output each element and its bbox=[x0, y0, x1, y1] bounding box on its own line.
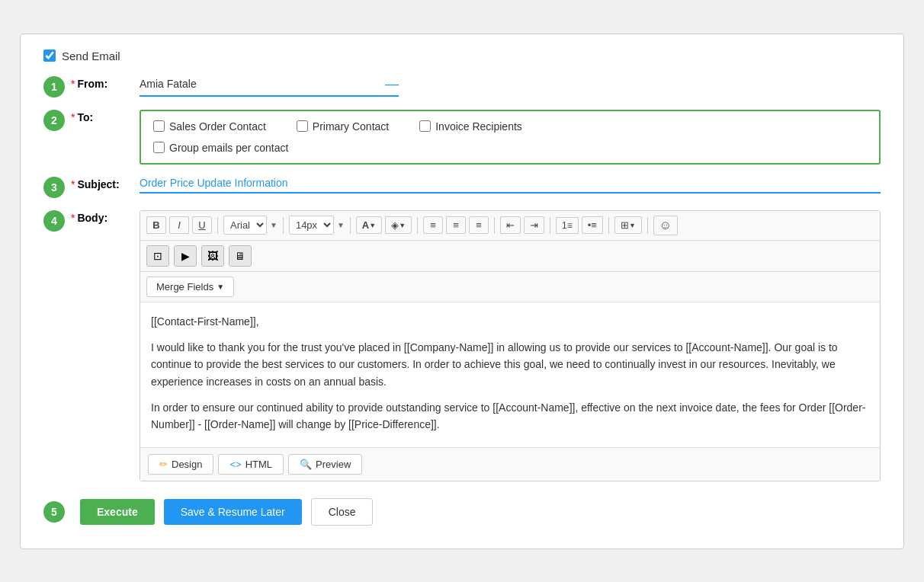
separator6 bbox=[550, 217, 550, 234]
subject-value[interactable]: Order Price Update Information bbox=[140, 177, 288, 189]
editor-content[interactable]: [[Contact-First-Name]], I would like to … bbox=[140, 302, 880, 447]
icon-btn-copy[interactable]: ⊡ bbox=[146, 245, 169, 267]
copy-icon: ⊡ bbox=[153, 250, 162, 262]
preview-tab-button[interactable]: 🔍 Preview bbox=[288, 454, 362, 475]
send-email-row: Send Email bbox=[43, 50, 881, 62]
to-field: Sales Order Contact Primary Contact Invo… bbox=[140, 110, 881, 165]
separator2 bbox=[283, 217, 284, 234]
primary-contact-checkbox[interactable] bbox=[297, 120, 308, 132]
step4-circle: 4 bbox=[43, 210, 65, 232]
indent-right-icon: ⇥ bbox=[530, 219, 538, 231]
checkbox-group-emails[interactable]: Group emails per contact bbox=[153, 142, 288, 154]
to-checkboxes-row2: Group emails per contact bbox=[153, 142, 867, 154]
font-select[interactable]: Arial bbox=[223, 216, 267, 235]
content-para2: In order to ensure our continued ability… bbox=[151, 399, 869, 433]
italic-button[interactable]: I bbox=[169, 216, 189, 234]
subject-label: Subject: bbox=[77, 178, 119, 190]
align-center-icon: ≡ bbox=[453, 219, 459, 231]
merge-fields-dropdown-icon: ▼ bbox=[217, 283, 224, 291]
from-field: Amia Fatale — bbox=[140, 76, 881, 97]
editor-wrap: [[Contact-First-Name]], I would like to … bbox=[140, 302, 880, 447]
step1-circle: 1 bbox=[43, 76, 65, 98]
from-minus-btn[interactable]: — bbox=[385, 76, 399, 92]
sales-order-contact-checkbox[interactable] bbox=[153, 120, 165, 132]
invoice-recipients-checkbox[interactable] bbox=[419, 120, 431, 132]
html-tab-button[interactable]: <> HTML bbox=[218, 454, 284, 475]
merge-fields-button[interactable]: Merge Fields ▼ bbox=[146, 277, 234, 297]
align-right-icon: ≡ bbox=[476, 219, 482, 231]
separator8 bbox=[647, 217, 648, 234]
font-dropdown-icon: ▼ bbox=[270, 221, 278, 229]
action-row: 5 Execute Save & Resume Later Close bbox=[43, 498, 881, 526]
unordered-list-button[interactable]: •≡ bbox=[582, 216, 603, 234]
align-left-button[interactable]: ≡ bbox=[423, 216, 443, 234]
design-tab-icon: ✏ bbox=[159, 459, 168, 470]
body-editor: B I U Arial ▼ 14px ▼ A bbox=[140, 210, 881, 481]
image-icon: 🖼 bbox=[207, 250, 218, 262]
align-center-button[interactable]: ≡ bbox=[446, 216, 466, 234]
body-label: Body: bbox=[77, 212, 107, 224]
toolbar-row3: Merge Fields ▼ bbox=[140, 272, 880, 302]
ordered-list-button[interactable]: 1≡ bbox=[556, 217, 579, 234]
subject-row: 3 * Subject: Order Price Update Informat… bbox=[43, 177, 881, 198]
design-tab-button[interactable]: ✏ Design bbox=[148, 454, 213, 475]
table-button[interactable]: ⊞ ▼ bbox=[614, 216, 642, 234]
from-label: From: bbox=[77, 78, 107, 90]
send-email-checkbox[interactable] bbox=[43, 50, 56, 62]
step2-circle: 2 bbox=[43, 110, 65, 131]
from-value: Amia Fatale bbox=[140, 78, 379, 90]
icon-btn-play[interactable]: ▶ bbox=[174, 245, 197, 267]
primary-contact-label: Primary Contact bbox=[313, 120, 389, 133]
text-color-button[interactable]: A ▼ bbox=[356, 216, 382, 234]
subject-field: Order Price Update Information bbox=[140, 177, 881, 193]
save-resume-button[interactable]: Save & Resume Later bbox=[164, 499, 302, 525]
subject-required: * bbox=[71, 178, 75, 190]
indent-right-button[interactable]: ⇥ bbox=[524, 216, 544, 234]
subject-input-wrap: Order Price Update Information bbox=[140, 177, 881, 193]
icon-btn-image[interactable]: 🖼 bbox=[201, 245, 224, 267]
toolbar-row2: ⊡ ▶ 🖼 🖥 bbox=[140, 241, 880, 272]
to-checkboxes-row1: Sales Order Contact Primary Contact Invo… bbox=[153, 120, 867, 133]
source-button[interactable]: ☺ bbox=[653, 216, 678, 235]
group-emails-checkbox[interactable] bbox=[153, 142, 165, 153]
icon-btn-screen[interactable]: 🖥 bbox=[229, 245, 252, 267]
close-button[interactable]: Close bbox=[311, 498, 374, 526]
execute-button[interactable]: Execute bbox=[80, 499, 155, 525]
step3-circle: 3 bbox=[43, 177, 65, 198]
highlight-dropdown: ▼ bbox=[399, 222, 406, 229]
screen-icon: 🖥 bbox=[235, 250, 245, 262]
body-field: B I U Arial ▼ 14px ▼ A bbox=[140, 210, 881, 481]
text-color-dropdown: ▼ bbox=[369, 222, 376, 229]
subject-label-col: * Subject: bbox=[71, 177, 140, 190]
checkbox-invoice-recipients[interactable]: Invoice Recipients bbox=[419, 120, 522, 133]
email-form-container: Send Email 1 * From: Amia Fatale — 2 * T… bbox=[20, 34, 904, 549]
to-row: 2 * To: Sales Order Contact Primary Cont… bbox=[43, 110, 881, 165]
send-email-label[interactable]: Send Email bbox=[62, 50, 120, 62]
separator4 bbox=[417, 217, 418, 234]
checkbox-primary-contact[interactable]: Primary Contact bbox=[297, 120, 389, 133]
separator7 bbox=[608, 217, 609, 234]
size-dropdown-icon: ▼ bbox=[337, 221, 345, 229]
bold-button[interactable]: B bbox=[146, 216, 166, 234]
indent-left-button[interactable]: ⇤ bbox=[500, 216, 521, 234]
to-box: Sales Order Contact Primary Contact Invo… bbox=[140, 110, 881, 165]
html-tab-icon: <> bbox=[229, 459, 241, 470]
source-icon: ☺ bbox=[659, 219, 672, 232]
from-label-col: * From: bbox=[71, 76, 140, 90]
from-input-wrap: Amia Fatale — bbox=[140, 76, 399, 97]
align-right-button[interactable]: ≡ bbox=[469, 216, 489, 234]
text-color-a: A bbox=[362, 219, 369, 231]
from-required: * bbox=[71, 78, 75, 90]
checkbox-sales-order-contact[interactable]: Sales Order Contact bbox=[153, 120, 266, 133]
body-required: * bbox=[71, 212, 75, 224]
highlight-button[interactable]: ◈ ▼ bbox=[385, 216, 412, 234]
separator5 bbox=[494, 217, 495, 234]
bottom-tabs: ✏ Design <> HTML 🔍 Preview bbox=[140, 447, 880, 481]
to-label: To: bbox=[77, 111, 93, 123]
preview-tab-label: Preview bbox=[316, 459, 351, 470]
underline-button[interactable]: U bbox=[192, 216, 212, 234]
align-left-icon: ≡ bbox=[430, 219, 436, 231]
body-row: 4 * Body: B I U Arial ▼ 14px bbox=[43, 210, 881, 481]
size-select[interactable]: 14px bbox=[289, 216, 334, 235]
sales-order-contact-label: Sales Order Contact bbox=[169, 120, 266, 133]
